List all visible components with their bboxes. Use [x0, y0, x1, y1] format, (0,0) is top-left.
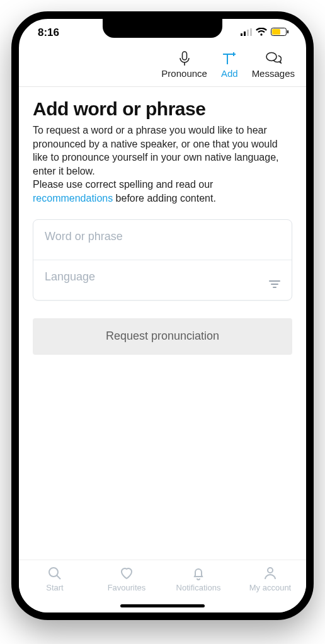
tab-start[interactable]: Start — [19, 565, 91, 592]
chat-icon — [265, 50, 282, 67]
page-title: Add word or phrase — [33, 98, 292, 120]
main-content: Add word or phrase To request a word or … — [19, 87, 306, 355]
tab-account-label: My account — [249, 583, 291, 592]
tab-notifications[interactable]: Notifications — [162, 565, 234, 592]
svg-point-15 — [268, 568, 273, 573]
status-icons — [241, 26, 288, 39]
tab-favourites[interactable]: Favourites — [91, 565, 162, 592]
language-field[interactable]: Language — [33, 260, 292, 300]
microphone-icon — [178, 50, 191, 67]
svg-point-9 — [266, 53, 277, 61]
svg-line-14 — [57, 575, 60, 579]
status-time: 8:16 — [38, 26, 59, 39]
battery-icon — [271, 26, 288, 39]
svg-rect-2 — [247, 30, 249, 36]
nav-add-label: Add — [221, 68, 238, 79]
svg-rect-1 — [244, 32, 246, 36]
page-description: To request a word or a phrase you would … — [33, 124, 292, 205]
svg-rect-5 — [272, 29, 280, 35]
nav-add[interactable]: Add — [221, 50, 238, 79]
language-field-label: Language — [45, 270, 280, 284]
svg-rect-6 — [287, 30, 288, 33]
device-notch — [103, 19, 222, 38]
nav-messages[interactable]: Messages — [252, 50, 295, 79]
search-icon — [47, 565, 62, 582]
nav-pronounce[interactable]: Pronounce — [161, 50, 207, 79]
request-pronunciation-button[interactable]: Request pronunciation — [33, 318, 292, 355]
desc-part2b: before adding content. — [113, 193, 216, 204]
heart-icon — [119, 565, 134, 582]
svg-rect-3 — [250, 28, 252, 36]
tab-start-label: Start — [46, 583, 63, 592]
desc-part1: To request a word or a phrase you would … — [33, 125, 278, 176]
home-indicator[interactable] — [120, 604, 205, 607]
bell-icon — [191, 565, 206, 582]
bottom-nav: Start Favourites Notifications My accoun… — [19, 560, 306, 612]
svg-rect-7 — [182, 52, 186, 60]
form-card: Word or phrase Language — [33, 219, 292, 301]
word-field-label: Word or phrase — [45, 230, 280, 243]
recommendations-link[interactable]: recommendations — [33, 193, 113, 204]
top-nav: Pronounce Add Messages — [19, 47, 306, 87]
wifi-icon — [256, 26, 267, 39]
nav-pronounce-label: Pronounce — [161, 68, 207, 79]
cellular-icon — [241, 26, 252, 39]
word-field[interactable]: Word or phrase — [33, 220, 292, 260]
tab-account[interactable]: My account — [234, 565, 306, 592]
tab-notifications-label: Notifications — [176, 583, 221, 592]
svg-rect-0 — [241, 33, 242, 36]
svg-point-13 — [49, 568, 58, 577]
phone-frame: 8:16 Pronounce Add — [11, 11, 314, 620]
desc-part2a: Please use correct spelling and read our — [33, 179, 213, 190]
nav-messages-label: Messages — [252, 68, 295, 79]
tab-favourites-label: Favourites — [108, 583, 146, 592]
user-icon — [263, 565, 278, 582]
filter-icon[interactable] — [269, 280, 280, 291]
text-plus-icon — [221, 50, 237, 67]
